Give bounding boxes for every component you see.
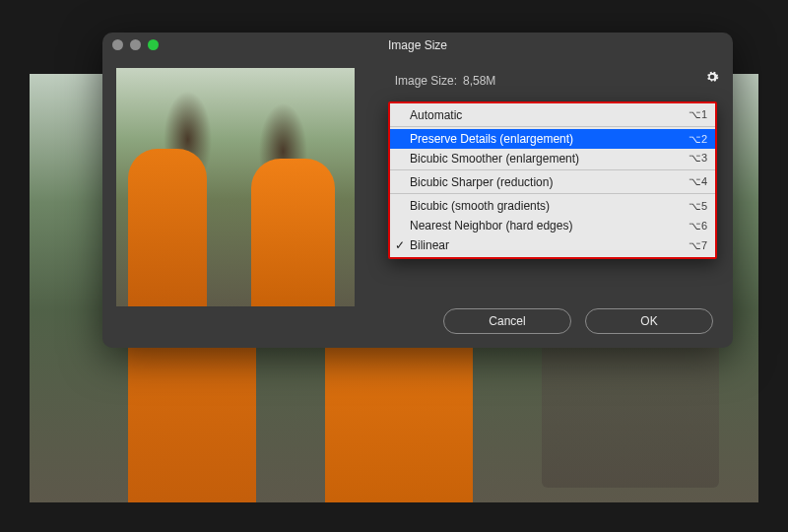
resample-option-shortcut: ⌥1: [689, 108, 707, 121]
close-icon[interactable]: [112, 39, 123, 50]
resample-option-label: Bicubic Smoother (enlargement): [410, 152, 579, 166]
image-preview: [116, 68, 355, 306]
resample-option-label: Bilinear: [410, 238, 449, 252]
resample-option[interactable]: Bicubic Sharper (reduction)⌥4: [390, 172, 715, 194]
resample-option[interactable]: Bicubic (smooth gradients)⌥5: [390, 196, 715, 216]
resample-option[interactable]: ✓Bilinear⌥7: [390, 235, 715, 255]
resample-option[interactable]: Preserve Details (enlargement)⌥2: [390, 129, 715, 149]
resample-option[interactable]: Nearest Neighbor (hard edges)⌥6: [390, 216, 715, 235]
cancel-button[interactable]: Cancel: [443, 308, 571, 334]
resample-option-label: Automatic: [410, 108, 462, 122]
resample-option-shortcut: ⌥5: [689, 200, 707, 213]
image-size-label: Image Size:: [368, 74, 463, 88]
resample-option-shortcut: ⌥4: [689, 175, 707, 188]
dialog-title: Image Size: [102, 38, 733, 52]
resample-option-shortcut: ⌥6: [689, 220, 707, 233]
dialog-titlebar: Image Size: [102, 33, 733, 58]
ok-button[interactable]: OK: [585, 308, 713, 334]
resample-option[interactable]: Bicubic Smoother (enlargement)⌥3: [390, 149, 715, 170]
resample-option-label: Bicubic (smooth gradients): [410, 199, 550, 213]
zoom-icon[interactable]: [148, 39, 159, 50]
image-size-value: 8,58M: [463, 74, 495, 88]
resample-option-shortcut: ⌥3: [689, 152, 707, 165]
resample-option-label: Bicubic Sharper (reduction): [410, 175, 553, 189]
minimize-icon[interactable]: [130, 39, 141, 50]
resample-option[interactable]: Automatic⌥1: [390, 105, 715, 127]
resample-option-shortcut: ⌥7: [689, 239, 707, 252]
gear-icon[interactable]: [705, 70, 719, 87]
resample-option-label: Preserve Details (enlargement): [410, 132, 573, 146]
resample-dropdown[interactable]: Automatic⌥1Preserve Details (enlargement…: [388, 101, 717, 259]
check-icon: ✓: [395, 238, 405, 252]
resample-option-shortcut: ⌥2: [689, 133, 707, 146]
resample-option-label: Nearest Neighbor (hard edges): [410, 219, 572, 233]
